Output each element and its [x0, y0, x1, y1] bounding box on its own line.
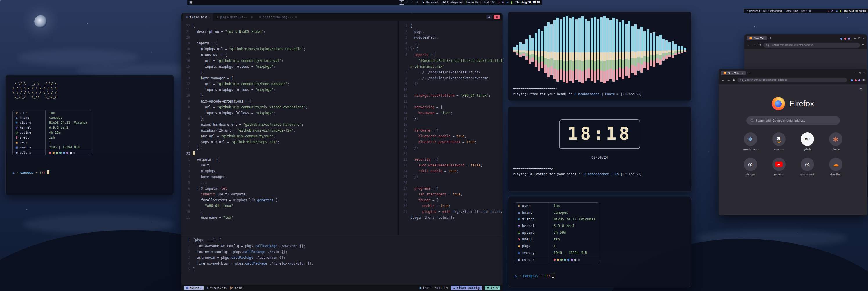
- reload-icon[interactable]: ↻: [758, 43, 761, 47]
- shortcut-cloudflare[interactable]: ☁cloudflare: [822, 158, 850, 176]
- media-icon[interactable]: ♪: [498, 1, 500, 4]
- terminal-prompt[interactable]: ⌂ → canopus ~ ))): [12, 171, 167, 175]
- bar-clock[interactable]: Thu Aug 08, 18:18: [515, 1, 540, 4]
- browser-tab[interactable]: New Tab×: [721, 71, 746, 75]
- shortcut-chat-openai[interactable]: ⊛chat.openai: [793, 158, 822, 176]
- visualizer-bar: [553, 20, 556, 79]
- forward-icon[interactable]: →: [753, 43, 756, 47]
- system-fetch-table: ☺usertux⌂hnamecanopus❄distroNixOS 24.11 …: [12, 110, 91, 155]
- line-number: 8: [399, 75, 410, 81]
- terminal-cursor[interactable]: [47, 171, 49, 174]
- shortcut-youtube[interactable]: ▶youtube: [765, 158, 793, 176]
- shortcut-amazon[interactable]: aamazon: [765, 133, 793, 151]
- new-tab-button[interactable]: +: [748, 71, 750, 75]
- reload-icon[interactable]: ↻: [733, 78, 735, 82]
- extension-icon[interactable]: [848, 38, 850, 40]
- line-number: 11: [399, 93, 410, 98]
- maximize-button[interactable]: □: [859, 37, 860, 40]
- tab-close-icon[interactable]: ×: [209, 15, 211, 19]
- status-item: GPU: Integrated: [441, 1, 462, 4]
- line-number: 18: [399, 133, 410, 139]
- fetch-row: $shellzsh: [13, 135, 91, 140]
- back-icon[interactable]: ←: [747, 43, 750, 47]
- battery-icon[interactable]: ▮: [840, 9, 841, 12]
- color-dot: [554, 259, 556, 261]
- extension-icon[interactable]: [851, 79, 853, 81]
- clock-widget-window: 18:18 08/08/24 ====================> Pla…: [508, 106, 691, 192]
- code-line: 3 astronvim = pkgs.callPackage ./astronv…: [181, 255, 503, 261]
- firefox-logo-icon: [772, 97, 785, 110]
- brightness-icon[interactable]: ☀: [831, 9, 834, 12]
- window-controls: –□×: [855, 72, 865, 75]
- line-number: 9: [181, 98, 193, 104]
- claude-icon: ∗: [833, 136, 839, 142]
- close-button[interactable]: ×: [864, 72, 865, 75]
- visualizer-bar: [513, 47, 516, 53]
- close-button[interactable]: ×: [863, 37, 865, 40]
- color-dot: [578, 259, 580, 261]
- menu-icon[interactable]: ≡: [862, 43, 864, 47]
- color-dot: [59, 152, 62, 154]
- extension-icon[interactable]: [840, 38, 842, 40]
- extension-icon[interactable]: [855, 79, 857, 81]
- media-icon[interactable]: ♪: [828, 9, 829, 12]
- editor-tab-flake-nix[interactable]: ❄flake.nix×: [183, 13, 213, 21]
- shortcut-search-nixos[interactable]: ❄search.nixos: [736, 133, 765, 151]
- line-number: 24: [399, 168, 410, 174]
- tab-close-icon[interactable]: ×: [295, 15, 297, 19]
- cloud: [18, 49, 139, 66]
- url-bar[interactable]: Search with Google or enter address: [738, 78, 846, 83]
- shortcut-github[interactable]: GHgithub: [793, 133, 822, 151]
- menu-icon[interactable]: ≡: [863, 78, 865, 82]
- new-tab-button[interactable]: +: [769, 36, 771, 40]
- terminal-prompt[interactable]: ⌂ → canopus ~ ))): [515, 273, 685, 279]
- bar-clock[interactable]: Thu Aug 08, 18:18: [843, 9, 866, 12]
- editor-tab-pkgs-default-[interactable]: ❄pkgs/default...×: [214, 13, 256, 21]
- forward-icon[interactable]: →: [727, 78, 730, 82]
- menu-icon[interactable]: ▦: [189, 1, 192, 4]
- tab-close-icon[interactable]: ×: [251, 15, 253, 19]
- editor-pane-flake[interactable]: 22{21 description = "tux's NixOS Flake";…: [181, 21, 398, 235]
- code-line: 17 nixos-wsl = {: [181, 52, 398, 58]
- window-close-button[interactable]: ×: [494, 15, 500, 19]
- line-number: 3: [181, 168, 193, 174]
- line-number: 4: [181, 174, 193, 180]
- line-number: 10: [181, 209, 193, 214]
- personalize-gear-icon[interactable]: ⚙: [859, 87, 863, 91]
- scroll-percent-badge: ≡17 %: [485, 286, 500, 290]
- eye-toggle-button[interactable]: ◉: [486, 15, 492, 19]
- progress-line: ======================>: [513, 87, 686, 91]
- battery-icon[interactable]: ▮: [510, 1, 512, 4]
- editor-tab-hosts-isoImag-[interactable]: ❄hosts/isoImag...×: [256, 13, 300, 21]
- url-bar[interactable]: Search with Google or enter address: [763, 43, 860, 48]
- tab-close-icon[interactable]: ×: [742, 72, 743, 75]
- network-icon[interactable]: ≋: [835, 9, 838, 12]
- brightness-icon[interactable]: ☀: [502, 1, 504, 4]
- workspace-1[interactable]: 1: [399, 0, 404, 5]
- network-icon[interactable]: ≋: [506, 1, 508, 4]
- minimize-button[interactable]: –: [855, 72, 856, 75]
- editor-pane-iso[interactable]: 1{2 pkgs,3 modulesPath,4 ...5}: {6 impor…: [398, 21, 502, 235]
- fetch-label: uptime: [522, 230, 534, 236]
- line-number: 27: [399, 185, 410, 192]
- extension-icon[interactable]: [844, 38, 846, 40]
- newtab-search-input[interactable]: Search with Google or enter address: [746, 116, 840, 125]
- minimize-button[interactable]: –: [854, 37, 856, 40]
- editor-pane-default[interactable]: 1{pkgs, ...}: {1 tux-awesome-wm-config =…: [181, 235, 503, 285]
- workspace-3[interactable]: 3: [410, 0, 414, 5]
- code-line: 1 outputs = {: [181, 156, 398, 162]
- workspace-4[interactable]: 4: [415, 0, 420, 5]
- browser-tab[interactable]: New Tab: [747, 36, 767, 40]
- shortcut-chatgpt[interactable]: ⊛chatgpt: [736, 158, 765, 176]
- shortcut-claude[interactable]: ∗claude: [822, 133, 850, 151]
- line-number: 7: [181, 192, 193, 197]
- back-icon[interactable]: ←: [721, 78, 725, 82]
- extension-icon[interactable]: [859, 79, 861, 81]
- code-line: 3 modulesPath,: [399, 34, 502, 40]
- top-bar-secondary: P: BalancedGPU: IntegratedHome: 6msBat: …: [744, 9, 868, 13]
- maximize-button[interactable]: □: [859, 72, 861, 75]
- workspace-2[interactable]: 2: [405, 0, 410, 5]
- terminal-cursor[interactable]: [552, 274, 554, 278]
- fetch-row: ◉colors: [515, 256, 599, 263]
- visualizer-bar: [550, 24, 553, 75]
